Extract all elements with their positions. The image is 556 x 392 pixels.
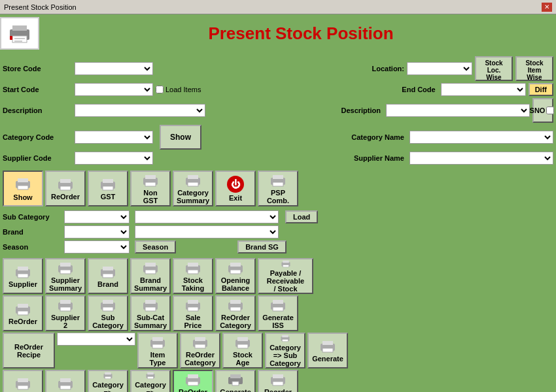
svg-rect-44 (283, 265, 288, 267)
location-select[interactable] (407, 62, 472, 75)
start-code-select[interactable] (75, 83, 153, 96)
exit-label: Exit (229, 194, 242, 202)
end-code-group: End Code Diff (402, 83, 553, 96)
generate-iss-label: GenerateISS (262, 314, 294, 329)
generate-btn[interactable]: Generate (307, 333, 348, 368)
svg-rect-71 (195, 344, 205, 348)
diff-button[interactable]: Diff (529, 83, 553, 96)
gst-label: GST (101, 193, 116, 201)
brand-select[interactable] (64, 225, 130, 238)
category-brand-btn[interactable]: Category=>Brand (130, 370, 171, 392)
description2-select[interactable] (386, 104, 530, 117)
sub-cat-summary-btn[interactable]: Sub-CatSummary (130, 295, 171, 331)
svg-rect-82 (18, 378, 28, 382)
brand-sg-button[interactable]: Brand SG (237, 240, 287, 253)
svg-rect-34 (145, 263, 156, 267)
start-code-label: Start Code (3, 86, 75, 93)
stock-loc-wise-button[interactable]: Stock Loc. Wise (475, 56, 513, 81)
exit-button[interactable]: ⏻ Exit (215, 171, 256, 206)
show-print-label: Show (13, 193, 32, 201)
supplier-code-select[interactable] (75, 152, 153, 165)
load-items-checkbox[interactable] (156, 86, 164, 93)
brand-summary-btn[interactable]: BrandSummary (130, 258, 171, 294)
store-code-select[interactable] (75, 62, 153, 75)
category-summary-button[interactable]: CategorySummary (173, 171, 213, 206)
svg-rect-19 (188, 175, 198, 179)
show-print-button[interactable]: Show (3, 171, 43, 206)
reorder-recipe-label: ReOrderRecipe (14, 343, 43, 359)
location-label: Location: (372, 65, 405, 73)
category-supplier-btn[interactable]: Category=>Supplier (88, 370, 128, 392)
load-button[interactable]: Load (285, 210, 318, 223)
sub-category-btn[interactable]: SubCategory (88, 295, 128, 331)
load-items-label: Load Items (165, 86, 201, 93)
svg-rect-67 (152, 337, 163, 341)
psp-comb-button[interactable]: PSPComb. (258, 171, 298, 206)
svg-rect-49 (60, 300, 71, 304)
brand-select2[interactable] (135, 225, 279, 238)
stock-age-label: StockAge (233, 351, 252, 367)
season-row: Season Season Brand SG (3, 240, 553, 253)
sub-category-select1[interactable] (64, 210, 130, 223)
gst-button[interactable]: GST (88, 171, 128, 206)
title-bar: Present Stock Position ✕ (0, 0, 556, 14)
stock-item-wise-button[interactable]: Stock Item Wise (515, 56, 553, 81)
supplier-code-row: Supplier Code Supplier Name (3, 152, 553, 165)
svg-rect-53 (103, 307, 113, 311)
reorder-report-btn[interactable]: ReOrderReport (173, 370, 213, 392)
sub-category-select2[interactable] (135, 210, 279, 223)
supplier-name-select[interactable] (409, 152, 553, 165)
svg-rect-1 (12, 25, 27, 31)
svg-rect-46 (18, 304, 28, 308)
svg-rect-8 (18, 186, 28, 189)
brand-btn-label: Brand (97, 280, 118, 288)
svg-rect-98 (232, 382, 239, 385)
category-sub-category-btn[interactable]: Category=> SubCategory (265, 333, 305, 368)
close-button[interactable]: ✕ (542, 3, 552, 12)
item-type-btn[interactable]: ItemType (137, 333, 178, 368)
sale-price-btn[interactable]: SalePrice (173, 295, 213, 331)
svg-rect-20 (188, 182, 198, 186)
category-code-row: Category Code Show Category Name (3, 125, 553, 150)
show-button[interactable]: Show (160, 125, 201, 150)
supplier-btn[interactable]: Supplier (3, 258, 43, 294)
stock-taking-btn[interactable]: StockTaking (173, 258, 213, 294)
combined-btn[interactable]: Combined (3, 370, 43, 392)
season-button[interactable]: Season (135, 240, 176, 253)
reorder-recipe-btn[interactable]: ReOrderRecipe (3, 333, 55, 368)
supplier-summary-btn[interactable]: SupplierSummary (45, 258, 86, 294)
bottom-buttons-row2: ReOrder Supplier2 SubCategory Sub-CatSum… (0, 295, 556, 332)
svg-rect-23 (273, 182, 283, 186)
load-items-group: Load Items (156, 86, 201, 93)
category-code-select[interactable] (75, 131, 153, 144)
reorder-category-btn[interactable]: ReOrderCategory (215, 295, 256, 331)
svg-rect-88 (105, 372, 111, 375)
non-gst-button[interactable]: NonGST (130, 171, 171, 206)
category-name-label: Category Name (351, 133, 404, 141)
brand-btn[interactable]: Brand (88, 258, 128, 294)
exit-icon: ⏻ (227, 176, 244, 193)
end-code-select[interactable] (441, 83, 526, 96)
category-brand-label: Category=>Brand (135, 381, 166, 392)
description-select[interactable] (75, 104, 205, 117)
sub-category-label: Sub Category (3, 213, 61, 221)
reorder-supplier-btn[interactable]: ReorderSupplier (258, 370, 298, 392)
packing-btn[interactable]: Packing (45, 370, 86, 392)
svg-rect-26 (18, 274, 28, 278)
payable-receivable-btn[interactable]: Payable /Receivable/ Stock (258, 258, 313, 294)
season-select[interactable] (64, 240, 130, 253)
reorder-category2-btn[interactable]: ReOrderCategory (180, 333, 220, 368)
category-name-select[interactable] (409, 131, 553, 144)
left-dropdown-select[interactable] (57, 333, 135, 346)
reorder-button[interactable]: ReOrder (45, 171, 86, 206)
category-name-group: Category Name (351, 131, 553, 144)
generate-iss-btn[interactable]: GenerateISS (258, 295, 298, 331)
supplier2-btn[interactable]: Supplier2 (45, 295, 86, 331)
svg-rect-68 (152, 344, 163, 348)
sno-checkbox[interactable] (546, 106, 554, 114)
opening-balance-btn[interactable]: OpeningBalance (215, 258, 256, 294)
stock-age-btn[interactable]: StockAge (222, 333, 263, 368)
reorder2-btn[interactable]: ReOrder (3, 295, 43, 331)
generate-po-btn[interactable]: GeneratePO (215, 370, 256, 392)
svg-rect-95 (188, 382, 198, 385)
